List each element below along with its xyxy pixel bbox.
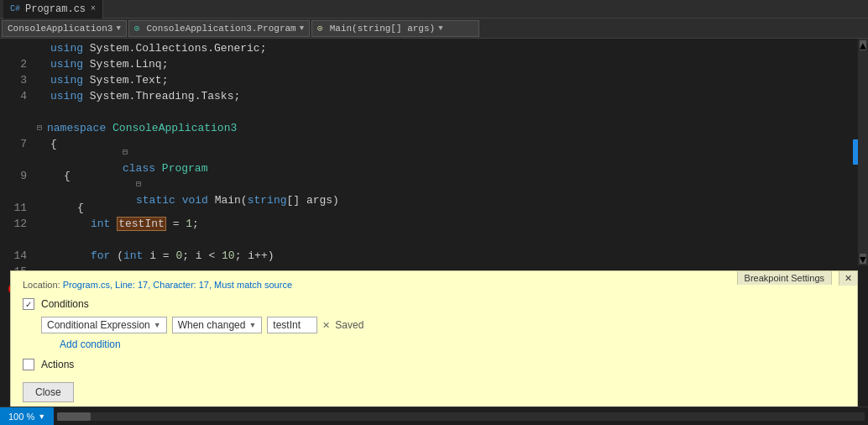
- project-dropdown-arrow: ▼: [116, 24, 120, 33]
- csharp-icon: C#: [10, 4, 20, 13]
- class-dropdown-arrow: ▼: [300, 24, 304, 33]
- code-line-4: using System.Threading.Tasks;: [37, 88, 858, 104]
- code-line-13: [37, 232, 858, 248]
- code-line-1: using System.Collections.Generic;: [37, 40, 858, 56]
- condition-value-input[interactable]: testInt: [267, 317, 317, 333]
- navigation-bar: ConsoleApplication3 ▼ ⊙ ConsoleApplicati…: [0, 18, 868, 39]
- conditions-controls: Conditional Expression ▼ When changed ▼ …: [23, 317, 845, 333]
- testint-highlight: testInt: [117, 217, 166, 231]
- project-dropdown[interactable]: ConsoleApplication3 ▼: [2, 20, 127, 37]
- breakpoint-settings-container: Breakpoint Settings ✕ Location: Program.…: [0, 265, 868, 415]
- code-line-2: using System.Linq;: [37, 56, 858, 72]
- zoom-level: 100 %: [8, 412, 34, 422]
- add-condition-container: Add condition: [23, 338, 845, 350]
- code-line-3: using System.Text;: [37, 72, 858, 88]
- condition-when-dropdown[interactable]: When changed ▼: [172, 317, 263, 333]
- code-line-10: ⊟ static void Main(string[] args): [37, 184, 858, 200]
- code-line-5: [37, 104, 858, 120]
- location-value[interactable]: Program.cs, Line: 17, Character: 17, Mus…: [63, 280, 292, 290]
- conditions-checkbox[interactable]: [23, 298, 34, 310]
- close-button[interactable]: Close: [23, 382, 74, 402]
- actions-label: Actions: [41, 359, 74, 370]
- tab-bar: C# Program.cs ×: [0, 0, 868, 18]
- location-label: Location:: [23, 280, 60, 290]
- condition-type-label: Conditional Expression: [47, 319, 150, 331]
- condition-when-arrow: ▼: [248, 321, 256, 329]
- project-label: ConsoleApplication3: [8, 24, 112, 34]
- method-icon: ⊙: [317, 23, 323, 34]
- condition-saved-label: Saved: [335, 319, 363, 331]
- conditions-row: Conditions: [23, 298, 845, 310]
- vertical-scrollbar[interactable]: ▲ ▼: [858, 39, 868, 265]
- h-scrollbar-thumb[interactable]: [57, 412, 91, 421]
- scrollbar-up-button[interactable]: ▲: [860, 40, 866, 50]
- code-line-12: int testInt = 1;: [37, 216, 858, 232]
- method-dropdown[interactable]: ⊙ Main(string[] args) ▼: [311, 20, 479, 37]
- horizontal-scrollbar[interactable]: [57, 412, 865, 421]
- class-dropdown[interactable]: ⊙ ConsoleApplication3.Program ▼: [128, 20, 310, 37]
- scrollbar-position-indicator: [853, 139, 858, 165]
- method-dropdown-arrow: ▼: [438, 24, 442, 33]
- code-lines: using System.Collections.Generic; using …: [34, 39, 858, 265]
- code-editor[interactable]: using System.Collections.Generic; using …: [34, 39, 858, 265]
- condition-value: testInt: [273, 319, 301, 331]
- scrollbar-down-button[interactable]: ▼: [860, 254, 866, 264]
- program-cs-tab[interactable]: C# Program.cs ×: [3, 0, 103, 18]
- location-line: Location: Program.cs, Line: 17, Characte…: [23, 280, 845, 290]
- breakpoint-settings-title: Breakpoint Settings: [737, 270, 832, 285]
- class-label: ConsoleApplication3.Program: [146, 24, 295, 34]
- method-label: Main(string[] args): [330, 24, 435, 34]
- code-line-14: for (int i = 0; i < 10; i++): [37, 248, 858, 264]
- condition-clear-button[interactable]: ✕: [322, 320, 330, 331]
- condition-type-dropdown[interactable]: Conditional Expression ▼: [41, 317, 167, 333]
- class-icon: ⊙: [134, 23, 140, 34]
- status-bar: 100 % ▼: [0, 407, 54, 425]
- bottom-bar: 100 % ▼: [0, 407, 868, 425]
- breakpoint-settings-close-button[interactable]: ✕: [839, 270, 858, 286]
- actions-row: Actions: [23, 359, 845, 370]
- editor-container: 2 3 4 7 9 11 12 14 15 17 using System.Co…: [0, 39, 868, 265]
- add-condition-link[interactable]: Add condition: [41, 338, 121, 350]
- line-numbers: 2 3 4 7 9 11 12 14 15 17: [0, 39, 34, 265]
- breakpoint-settings-panel: Breakpoint Settings ✕ Location: Program.…: [10, 270, 858, 415]
- conditions-label: Conditions: [41, 298, 89, 310]
- condition-type-arrow: ▼: [154, 321, 161, 329]
- class-collapse-arrow[interactable]: ⊟: [123, 144, 133, 160]
- zoom-dropdown-arrow[interactable]: ▼: [38, 412, 45, 421]
- tab-close-button[interactable]: ×: [91, 4, 96, 13]
- code-line-15: {: [37, 264, 858, 265]
- method-collapse-arrow[interactable]: ⊟: [136, 176, 146, 192]
- actions-checkbox[interactable]: [23, 359, 34, 370]
- tab-filename: Program.cs: [25, 3, 86, 15]
- condition-when-label: When changed: [178, 319, 246, 331]
